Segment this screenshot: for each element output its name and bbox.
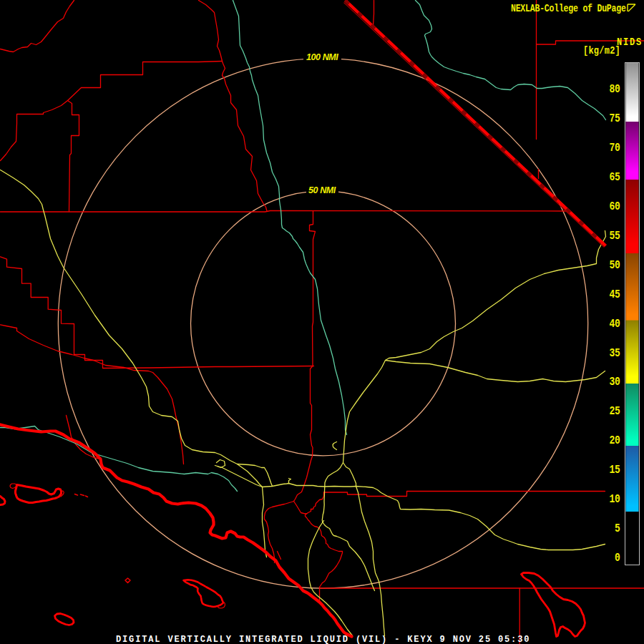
svg-text:NIDS: NIDS	[617, 37, 643, 49]
svg-text:5: 5	[615, 522, 620, 535]
svg-text:50 NMI: 50 NMI	[308, 185, 336, 195]
svg-text:40: 40	[610, 318, 620, 330]
svg-text:[kg/m2]: [kg/m2]	[583, 46, 620, 57]
svg-text:20: 20	[610, 434, 620, 447]
svg-text:15: 15	[610, 464, 620, 476]
svg-text:55: 55	[610, 230, 620, 242]
svg-text:50: 50	[610, 259, 620, 271]
svg-text:100 NMI: 100 NMI	[306, 52, 338, 62]
svg-text:30: 30	[610, 376, 620, 388]
svg-text:25: 25	[610, 405, 620, 417]
svg-text:0: 0	[615, 552, 620, 564]
svg-text:65: 65	[610, 171, 620, 183]
svg-text:45: 45	[610, 288, 620, 301]
svg-text:DIGITAL VERTICALLY INTEGRATED: DIGITAL VERTICALLY INTEGRATED LIQUID (VI…	[116, 635, 530, 644]
svg-text:10: 10	[610, 493, 620, 505]
svg-text:60: 60	[610, 200, 620, 213]
svg-text:35: 35	[610, 346, 620, 358]
svg-text:70: 70	[610, 142, 620, 154]
svg-text:NEXLAB-College of DuPage: NEXLAB-College of DuPage	[511, 3, 626, 14]
svg-text:80: 80	[610, 83, 620, 95]
svg-text:75: 75	[610, 112, 620, 125]
